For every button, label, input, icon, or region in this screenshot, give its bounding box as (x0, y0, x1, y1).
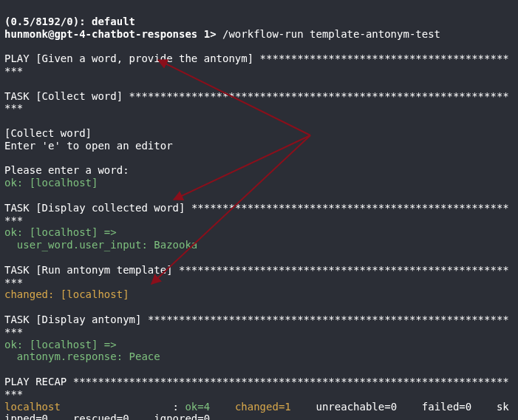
recap-sep: : (173, 401, 185, 413)
display-word-ok: ok: [localhost] => (4, 226, 117, 238)
task-display-antonym-header: TASK [Display antonym] (4, 314, 141, 325)
task-collect-word-header: TASK [Collect word] (4, 90, 123, 102)
task-display-word-header: TASK [Display collected word] (4, 202, 185, 214)
run-template-changed: changed: [localhost] (4, 288, 129, 300)
annotation-arrow-2 (174, 135, 310, 200)
task-run-template-header: TASK [Run antonym template] (4, 264, 173, 276)
play-recap-header: PLAY RECAP (4, 376, 67, 387)
collect-word-instruction: Enter 'e' to open an editor (4, 140, 173, 152)
play-recap-fill: ****************************************… (4, 376, 509, 400)
collect-word-block-header: [Collect word] (4, 127, 92, 139)
recap-host: localhost (4, 401, 61, 413)
command-workflow-run: /workflow-run template-antonym-test (222, 28, 440, 40)
display-antonym-ok: ok: [localhost] => (4, 339, 117, 350)
status-counters: (0.5/8192/0): (4, 16, 86, 27)
display-word-kv: user_word.user_input: Bazooka (4, 239, 197, 251)
display-antonym-kv: antonym.response: Peace (4, 350, 160, 362)
terminal-window[interactable]: (0.5/8192/0): default hunmonk@gpt-4-chat… (0, 0, 518, 420)
recap-ok: ok=4 (185, 401, 228, 413)
shell-prompt-1: hunmonk@gpt-4-chatbot-responses 1> (4, 28, 217, 40)
recap-changed: changed=1 (235, 401, 310, 413)
enter-word-prompt: Please enter a word: (4, 164, 129, 176)
status-profile: default (92, 16, 135, 27)
play-header: PLAY [Given a word, provide the antonym] (4, 52, 253, 64)
collect-word-ok: ok: [localhost] (4, 177, 98, 189)
